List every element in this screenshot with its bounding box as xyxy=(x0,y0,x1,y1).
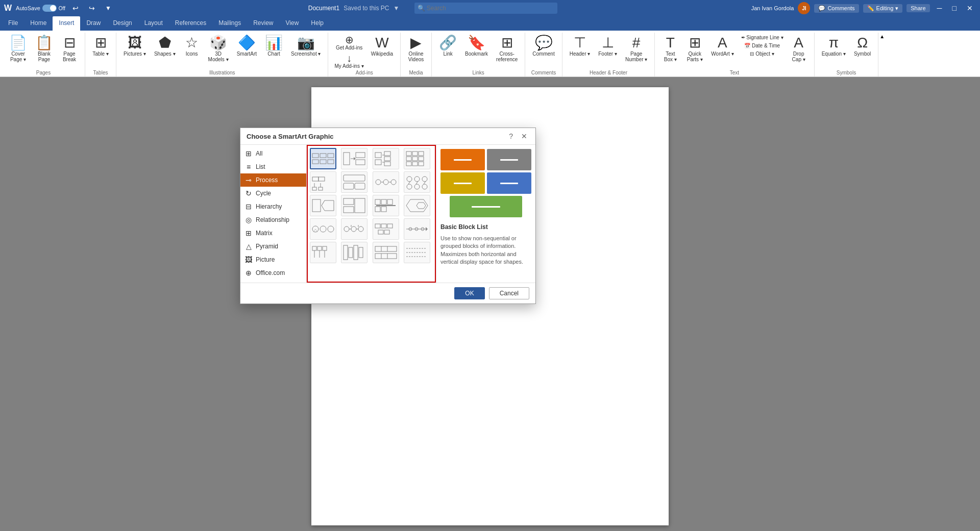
graphic-item-2[interactable] xyxy=(341,148,368,169)
graphic-item-15[interactable] xyxy=(373,218,399,240)
dialog-title-buttons: ? ✕ xyxy=(507,132,529,140)
undo-button[interactable]: ↩ xyxy=(69,4,82,12)
tab-home[interactable]: Home xyxy=(24,16,53,31)
comment-button[interactable]: 💬 Comment xyxy=(529,34,557,59)
pictures-button[interactable]: 🖼 Pictures ▾ xyxy=(120,34,149,59)
header-button[interactable]: ⊤ Header ▾ xyxy=(567,34,594,59)
date-time-button[interactable]: 📅 Date & Time xyxy=(739,42,786,49)
dialog-help-button[interactable]: ? xyxy=(507,132,515,140)
symbol-button[interactable]: Ω Symbol xyxy=(851,34,874,59)
tab-help[interactable]: Help xyxy=(305,16,330,31)
category-hierarchy[interactable]: ⊟ Hierarchy xyxy=(240,200,306,213)
table-button[interactable]: ⊞ Table ▾ xyxy=(89,34,112,59)
cross-reference-button[interactable]: ⊞ Cross-reference xyxy=(493,34,521,64)
graphic-item-5[interactable] xyxy=(310,171,336,193)
my-addins-button[interactable]: ↓ My Add-ins ▾ xyxy=(332,52,365,70)
signature-line-button[interactable]: ✒ Signature Line ▾ xyxy=(739,34,786,41)
graphic-item-19[interactable] xyxy=(373,242,399,263)
page-number-button[interactable]: # PageNumber ▾ xyxy=(622,34,650,64)
autosave-pill[interactable] xyxy=(42,5,57,12)
graphic-item-12[interactable] xyxy=(404,195,430,216)
tab-draw[interactable]: Draw xyxy=(80,16,107,31)
graphic-item-11[interactable] xyxy=(373,195,399,216)
minimize-button[interactable]: ─ xyxy=(934,4,945,12)
category-picture[interactable]: 🖼 Picture xyxy=(240,253,306,266)
search-input[interactable] xyxy=(414,3,557,14)
category-all[interactable]: ⊞ All xyxy=(240,147,306,160)
tab-insert[interactable]: Insert xyxy=(53,16,80,31)
graphic-item-17[interactable] xyxy=(310,242,336,263)
page-number-icon: # xyxy=(632,36,641,50)
graphic-item-14[interactable] xyxy=(341,218,368,240)
wordart-button[interactable]: A WordArt ▾ xyxy=(708,34,737,59)
category-list[interactable]: ≡ List xyxy=(240,160,306,173)
page-break-button[interactable]: ⊟ PageBreak xyxy=(58,34,81,64)
wikipedia-button[interactable]: W Wikipedia xyxy=(368,34,396,59)
text-box-button[interactable]: T TextBox ▾ xyxy=(659,34,681,64)
category-relationship[interactable]: ◎ Relationship xyxy=(240,213,306,226)
graphic-item-13[interactable] xyxy=(310,218,336,240)
category-pyramid[interactable]: △ Pyramid xyxy=(240,240,306,253)
collapse-icon[interactable]: ▲ xyxy=(879,34,885,39)
autosave-toggle[interactable]: AutoSave Off xyxy=(16,5,65,12)
drop-cap-button[interactable]: A DropCap ▾ xyxy=(788,34,810,64)
graphic-item-10[interactable] xyxy=(341,195,368,216)
share-button[interactable]: Share xyxy=(906,4,929,12)
tab-design[interactable]: Design xyxy=(107,16,138,31)
chart-button[interactable]: 📊 Chart xyxy=(262,34,286,59)
graphic-item-16[interactable] xyxy=(404,218,430,240)
ok-button[interactable]: OK xyxy=(454,287,484,299)
bookmark-button[interactable]: 🔖 Bookmark xyxy=(462,34,491,59)
tab-file[interactable]: File xyxy=(2,16,24,31)
tab-view[interactable]: View xyxy=(280,16,305,31)
dialog-close-button[interactable]: ✕ xyxy=(519,132,529,140)
comments-button[interactable]: 💬 Comments xyxy=(814,4,859,13)
category-matrix[interactable]: ⊞ Matrix xyxy=(240,226,306,240)
graphic-item-1[interactable] xyxy=(310,148,336,169)
graphic-item-8[interactable] xyxy=(404,171,430,193)
equation-button[interactable]: π Equation ▾ xyxy=(819,34,849,59)
svg-rect-58 xyxy=(381,199,386,205)
online-videos-button[interactable]: ▶ OnlineVideos xyxy=(405,34,427,64)
get-addins-button[interactable]: ⊕ Get Add-ins xyxy=(332,34,365,52)
maximize-button[interactable]: □ xyxy=(949,4,960,12)
svg-point-65 xyxy=(320,226,326,232)
cancel-button[interactable]: Cancel xyxy=(489,287,529,299)
tab-references[interactable]: References xyxy=(169,16,212,31)
ribbon-collapse[interactable]: ▲ xyxy=(878,33,886,77)
editing-button[interactable]: ✏️ Editing ▾ xyxy=(863,4,903,13)
category-matrix-label: Matrix xyxy=(256,230,273,237)
dialog-title-bar: Choose a SmartArt Graphic ? ✕ xyxy=(240,128,535,145)
category-cycle[interactable]: ↻ Cycle xyxy=(240,187,306,200)
graphic-item-6[interactable] xyxy=(341,171,368,193)
tab-review[interactable]: Review xyxy=(247,16,279,31)
graphic-item-7[interactable] xyxy=(373,171,399,193)
category-office[interactable]: ⊕ Office.com xyxy=(240,266,306,280)
customize-button[interactable]: ▼ xyxy=(102,5,114,12)
link-button[interactable]: 🔗 Link xyxy=(436,34,460,59)
close-button[interactable]: ✕ xyxy=(964,4,976,12)
graphic-item-18[interactable] xyxy=(341,242,368,263)
smartart-button[interactable]: 🔷 SmartArt xyxy=(234,34,260,59)
graphic-item-9[interactable] xyxy=(310,195,336,216)
tab-mailings[interactable]: Mailings xyxy=(212,16,247,31)
avatar[interactable]: JI xyxy=(798,2,810,14)
graphic-svg-16 xyxy=(405,220,429,238)
icons-button[interactable]: ☆ Icons xyxy=(181,34,203,59)
ribbon-group-text: T TextBox ▾ ⊞ QuickParts ▾ A WordArt ▾ ✒… xyxy=(655,33,814,77)
graphic-item-20[interactable] xyxy=(404,242,430,263)
screenshot-button[interactable]: 📷 Screenshot ▾ xyxy=(288,34,324,59)
redo-button[interactable]: ↪ xyxy=(86,4,98,12)
blank-page-button[interactable]: 📋 BlankPage xyxy=(32,34,56,64)
object-button[interactable]: ⊟ Object ▾ xyxy=(739,50,786,58)
shapes-button[interactable]: ⬟ Shapes ▾ xyxy=(151,34,179,59)
quick-parts-button[interactable]: ⊞ QuickParts ▾ xyxy=(683,34,706,64)
category-cycle-label: Cycle xyxy=(256,190,271,197)
graphic-item-4[interactable] xyxy=(404,148,430,169)
cover-page-button[interactable]: 📄 CoverPage ▾ xyxy=(6,34,30,64)
3d-models-button[interactable]: 🎲 3DModels ▾ xyxy=(205,34,232,64)
graphic-item-3[interactable] xyxy=(373,148,399,169)
category-process[interactable]: ⊸ Process xyxy=(240,173,306,187)
footer-button[interactable]: ⊥ Footer ▾ xyxy=(595,34,620,59)
tab-layout[interactable]: Layout xyxy=(138,16,169,31)
